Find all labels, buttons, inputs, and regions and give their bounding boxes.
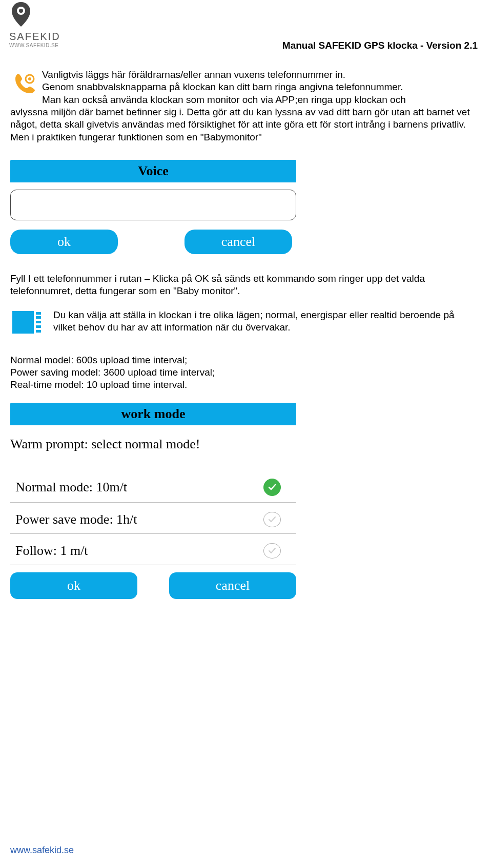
mode-normal: Normal model: 600s upload time interval; xyxy=(10,354,482,366)
voice-panel: Voice ok cancel xyxy=(10,160,296,254)
pin-icon xyxy=(9,1,33,28)
intro-cont: avlyssna miljön där barnet befinner sig … xyxy=(10,106,482,143)
svg-point-3 xyxy=(28,77,31,80)
logo-url: WWW.SAFEKID.SE xyxy=(9,43,60,48)
mode-realtime: Real-time model: 10 upload time interval… xyxy=(10,379,482,391)
workmode-ok-button[interactable]: ok xyxy=(10,572,137,599)
option-label: Normal mode: 10m/t xyxy=(15,480,127,495)
voice-phone-input[interactable] xyxy=(10,190,296,220)
option-label: Follow: 1 m/t xyxy=(15,543,88,559)
section-babymonitor-text: Fyll I ett telefonnummer i rutan – Klick… xyxy=(10,273,482,298)
logo-text: SAFEKID xyxy=(9,31,60,43)
workmode-prompt: Warm prompt: select normal mode! xyxy=(10,437,296,452)
workmode-options: Normal mode: 10m/t Power save mode: 1h/t… xyxy=(10,469,296,565)
option-normal[interactable]: Normal mode: 10m/t xyxy=(10,469,296,503)
workmode-title: work mode xyxy=(10,403,296,425)
voice-ok-button[interactable]: ok xyxy=(10,230,118,254)
workmode-panel: work mode Warm prompt: select normal mod… xyxy=(10,403,296,599)
workmode-cancel-button[interactable]: cancel xyxy=(169,572,296,599)
option-label: Power save mode: 1h/t xyxy=(15,512,137,527)
option-powersave[interactable]: Power save mode: 1h/t xyxy=(10,503,296,534)
intro-line1: Vanligtvis läggs här föräldrarnas/eller … xyxy=(10,69,482,81)
document-header: SAFEKID WWW.SAFEKID.SE Manual SAFEKID GP… xyxy=(0,0,492,56)
mode-powersaving: Power saving model: 3600 upload time int… xyxy=(10,366,482,379)
option-follow[interactable]: Follow: 1 m/t xyxy=(10,534,296,565)
section-workmode-intro: Du kan välja att ställa in klockan i tre… xyxy=(10,309,482,345)
check-icon xyxy=(263,512,281,527)
svg-point-1 xyxy=(19,9,23,13)
check-icon-selected xyxy=(263,479,281,496)
voice-panel-title: Voice xyxy=(10,160,296,182)
voice-cancel-button[interactable]: cancel xyxy=(184,230,292,254)
check-icon xyxy=(263,543,281,559)
logo: SAFEKID WWW.SAFEKID.SE xyxy=(9,1,60,48)
intro-line2: Genom snabbvalsknapparna på klockan kan … xyxy=(10,81,482,93)
workmode-intro-text: Du kan välja att ställa in klockan i tre… xyxy=(10,309,482,334)
page-title: Manual SAFEKID GPS klocka - Version 2.1 xyxy=(282,40,478,51)
footer-url: www.safekid.se xyxy=(10,845,74,856)
modes-list: Normal model: 600s upload time interval;… xyxy=(10,354,482,391)
mode-icon xyxy=(12,311,41,334)
intro-line3: Man kan också använda klockan som monito… xyxy=(10,94,482,106)
section-voice-intro: Vanligtvis läggs här föräldrarnas/eller … xyxy=(10,69,482,151)
phone-icon xyxy=(12,72,37,98)
